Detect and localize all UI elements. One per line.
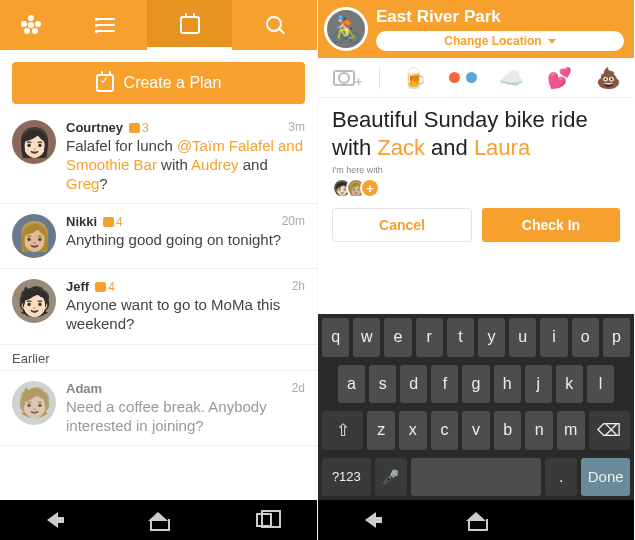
key-backspace[interactable]: ⌫: [589, 411, 630, 450]
key-p[interactable]: p: [603, 318, 630, 357]
tab-list[interactable]: [62, 0, 147, 50]
timestamp: 2h: [292, 279, 305, 293]
nav-home-button[interactable]: [464, 508, 488, 532]
top-bar: [0, 0, 317, 50]
key-a[interactable]: a: [338, 365, 365, 404]
checkin-screen: 🚴🏻 East River Park Change Location 🍺 ☁️ …: [317, 0, 634, 540]
key-z[interactable]: z: [367, 411, 395, 450]
key-w[interactable]: w: [353, 318, 380, 357]
plan-author: Nikki: [66, 214, 97, 229]
key-u[interactable]: u: [509, 318, 536, 357]
plan-item[interactable]: 🧑🏼 Adam Need a coffee break. Anybody int…: [0, 371, 317, 447]
keyboard-row-4: ?123 🎤 . Done: [318, 454, 634, 501]
user-mention[interactable]: Audrey: [191, 156, 239, 173]
plan-message: Anything good going on tonight?: [66, 231, 305, 250]
cancel-label: Cancel: [379, 217, 425, 233]
key-g[interactable]: g: [462, 365, 489, 404]
comment-count: 3: [142, 121, 149, 135]
key-v[interactable]: v: [462, 411, 490, 450]
here-with-avatars[interactable]: 🧑🏻 👩🏼 +: [332, 178, 620, 198]
create-plan-button[interactable]: Create a Plan: [12, 62, 305, 104]
sticker-bar: 🍺 ☁️ 💕 💩: [318, 58, 634, 98]
key-b[interactable]: b: [494, 411, 522, 450]
calendar-icon: [180, 16, 200, 34]
key-h[interactable]: h: [494, 365, 521, 404]
user-mention[interactable]: Zack: [377, 135, 425, 160]
key-symbols[interactable]: ?123: [322, 458, 371, 497]
checkin-button[interactable]: Check In: [482, 208, 620, 242]
key-d[interactable]: d: [400, 365, 427, 404]
avatar: 👩🏼: [12, 214, 56, 258]
key-f[interactable]: f: [431, 365, 458, 404]
key-o[interactable]: o: [572, 318, 599, 357]
location-title: East River Park: [376, 7, 624, 27]
keyboard-row-2: a s d f g h j k l: [318, 361, 634, 408]
avatar: 👩🏻: [12, 120, 56, 164]
key-shift[interactable]: ⇧: [322, 411, 363, 450]
key-j[interactable]: j: [525, 365, 552, 404]
comment-count: 4: [116, 215, 123, 229]
key-period[interactable]: .: [545, 458, 577, 497]
nav-back-button[interactable]: [41, 508, 65, 532]
list-icon: [95, 18, 115, 32]
comment-count-icon: 4: [95, 280, 115, 294]
recent-icon: [256, 513, 272, 527]
change-location-label: Change Location: [444, 34, 541, 48]
key-k[interactable]: k: [556, 365, 583, 404]
key-s[interactable]: s: [369, 365, 396, 404]
sticker-cloud[interactable]: ☁️: [497, 64, 525, 92]
user-mention[interactable]: Laura: [474, 135, 530, 160]
key-x[interactable]: x: [399, 411, 427, 450]
nav-back-button[interactable]: [359, 508, 383, 532]
comment-count-icon: 3: [129, 121, 149, 135]
key-space[interactable]: [411, 458, 541, 497]
glasses-icon: [449, 72, 477, 84]
add-photo-button[interactable]: [330, 64, 358, 92]
key-mic[interactable]: 🎤: [375, 458, 407, 497]
plans-feed: 👩🏻 Courtney 3 Falafel for lunch @Taïm Fa…: [0, 110, 317, 446]
user-mention[interactable]: Greg: [66, 175, 99, 192]
plan-message: Need a coffee break. Anybody interested …: [66, 398, 305, 436]
section-earlier: Earlier: [0, 345, 317, 371]
nav-recent-button[interactable]: [569, 508, 593, 532]
nav-home-button[interactable]: [146, 508, 170, 532]
key-c[interactable]: c: [431, 411, 459, 450]
tab-calendar[interactable]: [147, 0, 232, 50]
swarm-logo[interactable]: [0, 15, 62, 35]
checkin-text[interactable]: Beautiful Sunday bike ride with Zack and…: [318, 98, 634, 165]
chevron-down-icon: [548, 39, 556, 44]
plan-item[interactable]: 🧑🏻 Jeff 4 Anyone want to go to MoMa this…: [0, 269, 317, 345]
key-n[interactable]: n: [525, 411, 553, 450]
profile-avatar[interactable]: 🚴🏻: [324, 7, 368, 51]
key-m[interactable]: m: [557, 411, 585, 450]
cancel-button[interactable]: Cancel: [332, 208, 472, 242]
home-icon: [150, 512, 166, 528]
home-icon: [468, 512, 484, 528]
sticker-glasses[interactable]: [449, 64, 477, 92]
nav-recent-button[interactable]: [252, 508, 276, 532]
search-icon: [266, 16, 284, 34]
divider: [379, 67, 380, 89]
key-e[interactable]: e: [384, 318, 411, 357]
key-q[interactable]: q: [322, 318, 349, 357]
plan-author: Adam: [66, 381, 102, 396]
plan-item[interactable]: 👩🏼 Nikki 4 Anything good going on tonigh…: [0, 204, 317, 269]
key-i[interactable]: i: [540, 318, 567, 357]
sticker-poo[interactable]: 💩: [594, 64, 622, 92]
plan-author: Courtney: [66, 120, 123, 135]
sticker-beer[interactable]: 🍺: [400, 64, 428, 92]
plan-item[interactable]: 👩🏻 Courtney 3 Falafel for lunch @Taïm Fa…: [0, 110, 317, 204]
checkin-label: Check In: [522, 217, 580, 233]
add-friend-button[interactable]: +: [360, 178, 380, 198]
sticker-hearts[interactable]: 💕: [546, 64, 574, 92]
key-r[interactable]: r: [416, 318, 443, 357]
tab-search[interactable]: [232, 0, 317, 50]
change-location-button[interactable]: Change Location: [376, 31, 624, 51]
key-l[interactable]: l: [587, 365, 614, 404]
key-t[interactable]: t: [447, 318, 474, 357]
android-nav-bar: [0, 500, 317, 540]
key-done[interactable]: Done: [581, 458, 630, 497]
back-icon: [365, 512, 376, 528]
timestamp: 3m: [288, 120, 305, 134]
key-y[interactable]: y: [478, 318, 505, 357]
